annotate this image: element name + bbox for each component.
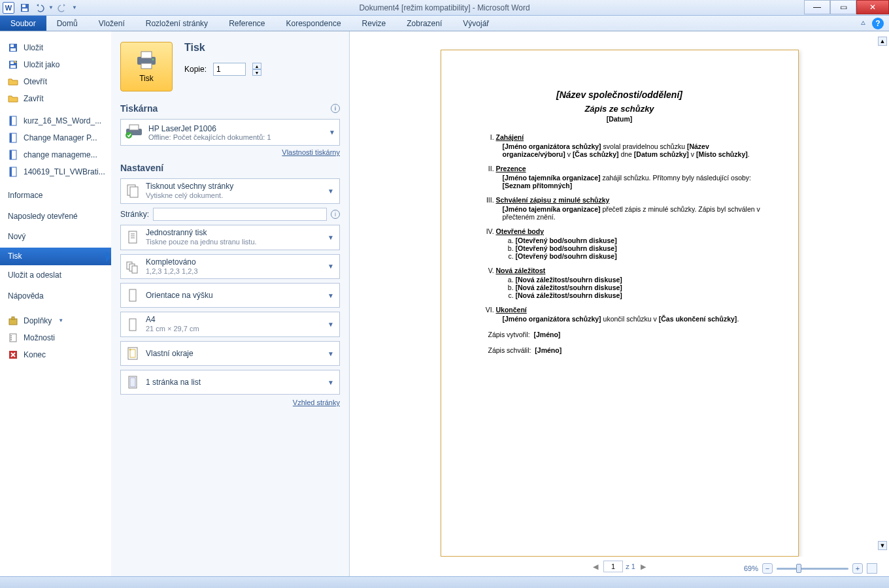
sidebar-close[interactable]: Zavřít <box>0 90 111 107</box>
sidebar-options[interactable]: Možnosti <box>0 329 111 346</box>
pages-label: Stránky: <box>120 210 149 219</box>
close-button[interactable]: ✕ <box>856 0 889 14</box>
scroll-up-button[interactable]: ▲ <box>878 37 887 46</box>
paper-size-dropdown[interactable]: A421 cm × 29,7 cm ▼ <box>120 312 340 337</box>
margins-icon <box>124 344 142 363</box>
copies-down[interactable]: ▼ <box>252 69 261 76</box>
tab-review[interactable]: Revize <box>352 16 397 31</box>
tab-references[interactable]: Reference <box>218 16 275 31</box>
zoom-in-button[interactable]: + <box>852 563 863 574</box>
printer-name: HP LaserJet P1006 <box>148 124 329 133</box>
prev-page-button[interactable]: ◀ <box>590 563 601 571</box>
printer-status: Offline: Počet čekajících dokumentů: 1 <box>148 133 329 141</box>
print-button[interactable]: Tisk <box>120 42 173 91</box>
sidebar-open-label: Otevřít <box>24 77 47 86</box>
info-icon[interactable]: i <box>331 104 340 113</box>
tab-file[interactable]: Soubor <box>0 16 46 31</box>
zoom-fit-button[interactable] <box>867 563 877 574</box>
sidebar-open[interactable]: Otevřít <box>0 73 111 90</box>
svg-rect-39 <box>132 266 137 273</box>
sidebar-exit-label: Konec <box>24 350 46 359</box>
scroll-down-button[interactable]: ▼ <box>878 541 887 550</box>
svg-rect-5 <box>10 48 16 51</box>
sidebar-new[interactable]: Nový <box>0 227 111 248</box>
sidebar-share[interactable]: Uložit a odeslat <box>0 265 111 286</box>
pages-per-sheet-dropdown[interactable]: 1 stránka na list ▼ <box>120 370 340 395</box>
page-setup-link[interactable]: Vzhled stránky <box>120 399 340 406</box>
ribbon-tabs: Soubor Domů Vložení Rozložení stránky Re… <box>0 16 889 31</box>
print-range-dropdown[interactable]: Tisknout všechny stránkyVytiskne celý do… <box>120 178 340 204</box>
chevron-down-icon: ▼ <box>58 318 63 323</box>
chevron-down-icon: ▼ <box>329 129 335 136</box>
qat-undo-icon[interactable] <box>34 3 44 13</box>
sides-dropdown[interactable]: Jednostranný tiskTiskne pouze na jednu s… <box>120 225 340 250</box>
zoom-slider[interactable] <box>777 568 848 570</box>
help-icon[interactable]: ? <box>872 18 884 29</box>
sidebar-recent-2[interactable]: change manageme... <box>0 146 111 163</box>
sidebar-recent-3-label: 140619_TLI_VWBrati... <box>24 167 105 176</box>
sidebar-options-label: Možnosti <box>24 333 55 342</box>
tab-mailings[interactable]: Korespondence <box>276 16 352 31</box>
collate-icon <box>124 257 142 276</box>
qat-redo-icon[interactable] <box>58 3 68 13</box>
svg-rect-7 <box>10 61 14 64</box>
svg-rect-25 <box>141 52 152 58</box>
preview-pager: ◀ z 1 ▶ 69% − + <box>350 557 889 576</box>
maximize-button[interactable]: ▭ <box>830 0 856 14</box>
copies-label: Kopie: <box>184 65 207 74</box>
copies-up[interactable]: ▲ <box>252 63 261 69</box>
sidebar-recent[interactable]: Naposledy otevřené <box>0 206 111 227</box>
info-icon[interactable]: i <box>331 210 340 219</box>
svg-rect-8 <box>10 65 16 68</box>
ribbon-minimize-icon[interactable]: ㅿ <box>860 18 867 28</box>
sidebar-save-as[interactable]: Uložit jako <box>0 56 111 73</box>
margins-dropdown[interactable]: Vlastní okraje ▼ <box>120 341 340 366</box>
sidebar-recent-1[interactable]: Change Manager P... <box>0 129 111 146</box>
sidebar-save[interactable]: Uložit <box>0 39 111 56</box>
window-title: Dokument4 [režim kompatibility] - Micros… <box>359 3 529 12</box>
svg-rect-33 <box>129 231 137 243</box>
tab-insert[interactable]: Vložení <box>88 16 135 31</box>
next-page-button[interactable]: ▶ <box>638 563 648 571</box>
current-page-input[interactable] <box>603 561 623 572</box>
copies-input[interactable] <box>213 63 246 76</box>
svg-rect-1 <box>22 5 25 7</box>
printer-properties-link[interactable]: Vlastnosti tiskárny <box>120 148 340 156</box>
pages-icon <box>124 182 142 200</box>
sidebar-info[interactable]: Informace <box>0 186 111 206</box>
svg-point-21 <box>10 337 12 338</box>
collate-dropdown[interactable]: Kompletováno1,2,3 1,2,3 1,2,3 ▼ <box>120 254 340 280</box>
chevron-down-icon: ▼ <box>327 234 334 241</box>
zoom-out-button[interactable]: − <box>762 563 773 574</box>
printer-icon <box>135 50 158 70</box>
orientation-dropdown[interactable]: Orientace na výšku ▼ <box>120 283 340 308</box>
svg-point-30 <box>126 132 132 139</box>
sidebar-recent-0[interactable]: kurz_16_MS_Word_... <box>0 112 111 129</box>
printer-device-icon <box>125 123 148 141</box>
svg-rect-40 <box>129 289 136 301</box>
tab-view[interactable]: Zobrazení <box>396 16 452 31</box>
sidebar-print[interactable]: Tisk <box>0 248 111 266</box>
qat-save-icon[interactable] <box>20 3 30 13</box>
sidebar-help[interactable]: Nápověda <box>0 286 111 307</box>
qat-customize-icon[interactable]: ▼ <box>72 5 77 10</box>
qat-undo-drop-icon[interactable]: ▼ <box>48 5 54 10</box>
a4-icon <box>124 316 142 334</box>
svg-rect-4 <box>10 44 14 47</box>
sidebar-exit[interactable]: Konec <box>0 346 111 363</box>
doc-company-title: [Název společnosti/oddělení] <box>473 90 767 100</box>
print-panel: Tisk Tisk Kopie: ▲ ▼ Tiskárnai HP LaserJ… <box>111 31 350 576</box>
tab-home[interactable]: Domů <box>46 16 88 31</box>
printer-dropdown[interactable]: HP LaserJet P1006 Offline: Počet čekajíc… <box>120 119 340 146</box>
minimize-button[interactable]: — <box>804 0 830 14</box>
zoom-level: 69% <box>744 564 758 572</box>
tab-page-layout[interactable]: Rozložení stránky <box>135 16 218 31</box>
print-preview: [Název společnosti/oddělení] Zápis ze sc… <box>350 31 889 576</box>
svg-rect-14 <box>10 150 12 159</box>
sidebar-addins[interactable]: Doplňky▼ <box>0 312 111 329</box>
pages-input[interactable] <box>153 208 327 221</box>
sidebar-recent-3[interactable]: 140619_TLI_VWBrati... <box>0 163 111 180</box>
word-app-icon: W <box>3 2 14 14</box>
tab-developer[interactable]: Vývojář <box>452 16 499 31</box>
preview-page: [Název společnosti/oddělení] Zápis ze sc… <box>441 50 799 557</box>
